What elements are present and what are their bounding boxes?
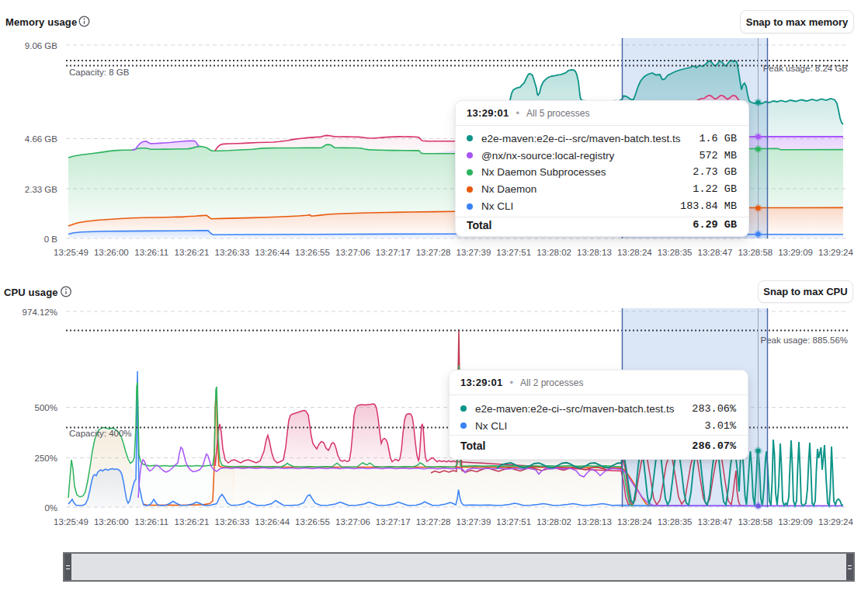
svg-text:Peak usage: 8.24 GB: Peak usage: 8.24 GB bbox=[763, 64, 849, 73]
svg-text:13:28:47: 13:28:47 bbox=[698, 517, 733, 527]
svg-text:13:28:24: 13:28:24 bbox=[617, 248, 652, 257]
svg-text:13:26:33: 13:26:33 bbox=[215, 248, 250, 257]
svg-text:974.12%: 974.12% bbox=[23, 308, 57, 317]
svg-text:13:28:02: 13:28:02 bbox=[536, 248, 571, 257]
svg-text:13:28:13: 13:28:13 bbox=[577, 248, 612, 257]
svg-text:13:28:58: 13:28:58 bbox=[738, 517, 773, 527]
svg-text:CPU usage: CPU usage bbox=[4, 287, 58, 298]
svg-text:13:27:17: 13:27:17 bbox=[376, 517, 411, 527]
svg-text:13:26:33: 13:26:33 bbox=[215, 517, 250, 527]
svg-text:2.33 GB: 2.33 GB bbox=[25, 185, 58, 194]
svg-text:13:29:09: 13:29:09 bbox=[778, 248, 813, 257]
svg-text:13:27:06: 13:27:06 bbox=[335, 517, 370, 527]
svg-text:13:25:49: 13:25:49 bbox=[54, 248, 89, 257]
svg-text:13:27:17: 13:27:17 bbox=[376, 248, 411, 257]
svg-text:Memory usage: Memory usage bbox=[5, 16, 77, 28]
svg-text:Capacity: 400%: Capacity: 400% bbox=[69, 429, 132, 438]
svg-text:13:26:11: 13:26:11 bbox=[134, 517, 168, 527]
svg-text:Peak usage: 885.56%: Peak usage: 885.56% bbox=[760, 335, 848, 345]
svg-text:13:28:58: 13:28:58 bbox=[738, 248, 773, 257]
svg-text:0%: 0% bbox=[44, 503, 57, 513]
svg-text:13:25:49: 13:25:49 bbox=[54, 517, 89, 527]
svg-text:500%: 500% bbox=[35, 403, 57, 412]
svg-text:13:27:39: 13:27:39 bbox=[457, 248, 491, 257]
svg-text:0 B: 0 B bbox=[44, 235, 58, 244]
svg-text:13:29:24: 13:29:24 bbox=[818, 517, 853, 527]
svg-text:13:26:55: 13:26:55 bbox=[295, 248, 330, 257]
svg-text:13:27:28: 13:27:28 bbox=[416, 517, 451, 527]
svg-text:13:27:39: 13:27:39 bbox=[457, 517, 491, 527]
svg-text:13:28:35: 13:28:35 bbox=[658, 248, 693, 257]
svg-text:13:28:47: 13:28:47 bbox=[698, 248, 733, 257]
svg-text:13:26:44: 13:26:44 bbox=[255, 517, 290, 527]
svg-text:13:29:24: 13:29:24 bbox=[818, 248, 853, 257]
svg-text:13:26:11: 13:26:11 bbox=[134, 248, 168, 257]
svg-text:13:26:21: 13:26:21 bbox=[175, 248, 210, 257]
svg-text:13:27:28: 13:27:28 bbox=[416, 248, 451, 257]
svg-text:4.66 GB: 4.66 GB bbox=[25, 134, 58, 144]
svg-text:13:29:09: 13:29:09 bbox=[778, 517, 813, 527]
svg-text:13:26:21: 13:26:21 bbox=[175, 517, 210, 527]
svg-text:13:28:24: 13:28:24 bbox=[617, 517, 652, 527]
svg-text:13:28:02: 13:28:02 bbox=[536, 517, 571, 527]
svg-text:9.06 GB: 9.06 GB bbox=[25, 41, 58, 50]
svg-text:13:26:44: 13:26:44 bbox=[255, 248, 290, 257]
svg-text:13:26:00: 13:26:00 bbox=[94, 248, 129, 257]
svg-text:13:28:13: 13:28:13 bbox=[577, 517, 612, 527]
svg-text:250%: 250% bbox=[35, 454, 57, 463]
svg-text:13:26:55: 13:26:55 bbox=[295, 517, 330, 527]
svg-text:Capacity: 8 GB: Capacity: 8 GB bbox=[69, 68, 130, 77]
svg-text:13:27:51: 13:27:51 bbox=[496, 517, 531, 527]
svg-text:13:27:06: 13:27:06 bbox=[335, 248, 370, 257]
svg-text:13:26:00: 13:26:00 bbox=[94, 517, 129, 527]
svg-text:13:27:51: 13:27:51 bbox=[496, 248, 531, 257]
svg-text:13:28:35: 13:28:35 bbox=[658, 517, 693, 527]
